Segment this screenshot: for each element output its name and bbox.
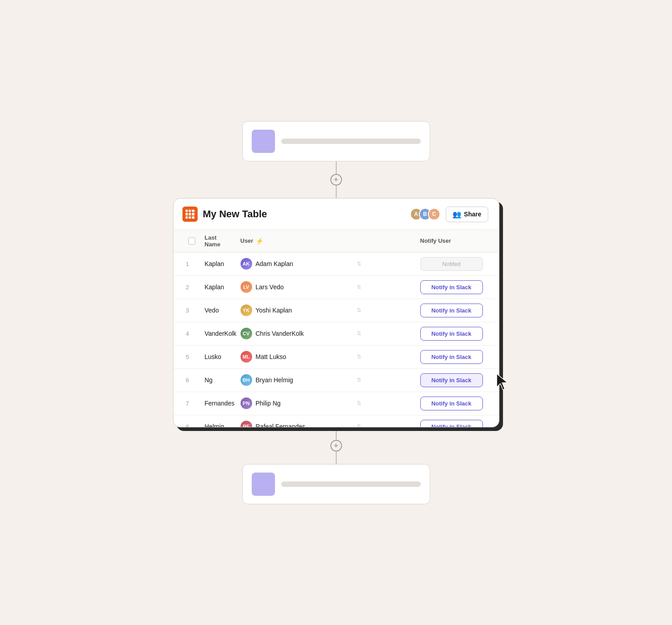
share-button[interactable]: 👥 Share — [446, 207, 488, 222]
notify-slack-button[interactable]: Notify in Slack — [420, 373, 483, 387]
col-header-lastname: Last Name — [201, 230, 237, 252]
avatar-3: C — [428, 208, 440, 220]
top-card-icon — [252, 130, 275, 153]
row-lastname: Kaplan — [201, 283, 237, 291]
row-lastname: Fernandes — [201, 400, 237, 407]
row-lastname: Lusko — [201, 353, 237, 360]
table-row: 3VedoYKYoshi Kaplan⇅Notify in Slack — [173, 299, 499, 322]
table-body: 1KaplanAKAdam Kaplan⇅Notifed2KaplanLVLar… — [173, 253, 499, 427]
row-number: 4 — [182, 330, 201, 337]
notify-cell: Notify in Slack — [417, 280, 488, 294]
table-row: 1KaplanAKAdam Kaplan⇅Notifed — [173, 253, 499, 276]
row-number: 7 — [182, 400, 201, 407]
bottom-card-icon — [252, 473, 275, 496]
user-avatar: AK — [241, 258, 252, 270]
sort-arrows[interactable]: ⇅ — [353, 330, 417, 337]
connector-top: + — [330, 161, 342, 198]
user-avatar: BH — [241, 374, 252, 386]
user-name: Yoshi Kaplan — [256, 307, 292, 314]
notify-cell: Notify in Slack — [417, 397, 488, 410]
row-user: PNPhilip Ng — [237, 397, 353, 409]
table-card: My New Table A B C 👥 Share — [173, 198, 499, 427]
lightning-icon: ⚡ — [256, 237, 263, 245]
row-user: YKYoshi Kaplan — [237, 304, 353, 316]
sort-arrows[interactable]: ⇅ — [353, 400, 417, 406]
sort-arrows[interactable]: ⇅ — [353, 284, 417, 290]
column-headers: Last Name User ⚡ Notify User — [173, 230, 499, 253]
table-row: 4VanderKolkCVChris VanderKolk⇅Notify in … — [173, 322, 499, 346]
row-user: RFRafeal Fernandes — [237, 421, 353, 427]
avatars-group: A B C — [410, 208, 440, 220]
row-number: 5 — [182, 354, 201, 360]
user-name: Lars Vedo — [256, 283, 284, 291]
table-row: 5LuskoMLMatt Lukso⇅Notify in Slack — [173, 346, 499, 369]
row-lastname: VanderKolk — [201, 330, 237, 337]
notify-cell: Notify in Slack — [417, 420, 488, 427]
row-lastname: Vedo — [201, 307, 237, 314]
notify-slack-button[interactable]: Notify in Slack — [420, 350, 483, 364]
row-lastname: Kaplan — [201, 260, 237, 267]
notify-slack-button[interactable]: Notify in Slack — [420, 420, 483, 427]
notify-slack-button[interactable]: Notify in Slack — [420, 280, 483, 294]
user-name: Chris VanderKolk — [256, 330, 304, 337]
table-row: 6NgBHBryan Helmig⇅Notify in Slack — [173, 369, 499, 392]
user-avatar: CV — [241, 328, 252, 339]
sort-arrows[interactable]: ⇅ — [353, 307, 417, 313]
col-header-sort — [353, 230, 417, 252]
row-lastname: Ng — [201, 376, 237, 384]
canvas: + — [0, 0, 672, 625]
select-all-checkbox[interactable] — [188, 237, 195, 245]
top-card-bar — [281, 139, 421, 144]
row-number: 8 — [182, 423, 201, 427]
notify-slack-button[interactable]: Notify in Slack — [420, 304, 483, 317]
table-icon-grid — [186, 210, 194, 219]
table-actions: A B C 👥 Share — [410, 207, 488, 222]
user-avatar: RF — [241, 421, 252, 427]
table-row: 7FernandesPNPhilip Ng⇅Notify in Slack — [173, 392, 499, 415]
connector-bottom: + — [330, 427, 342, 464]
add-node-top[interactable]: + — [330, 174, 342, 186]
user-name: Bryan Helmig — [256, 376, 293, 384]
user-name: Adam Kaplan — [256, 260, 293, 267]
user-avatar: PN — [241, 397, 252, 409]
notify-slack-button[interactable]: Notify in Slack — [420, 397, 483, 410]
notify-cell: Notify in Slack — [417, 304, 488, 317]
row-user: LVLars Vedo — [237, 281, 353, 293]
col-header-checkbox — [182, 230, 201, 252]
user-avatar: ML — [241, 351, 252, 363]
user-avatar: LV — [241, 281, 252, 293]
table-row: 2KaplanLVLars Vedo⇅Notify in Slack — [173, 276, 499, 299]
row-user: AKAdam Kaplan — [237, 258, 353, 270]
row-user: BHBryan Helmig — [237, 374, 353, 386]
row-lastname: Helmig — [201, 423, 237, 427]
sort-arrows[interactable]: ⇅ — [353, 354, 417, 360]
table-title: My New Table — [203, 208, 267, 220]
sort-arrows[interactable]: ⇅ — [353, 423, 417, 427]
bottom-card-bar — [281, 481, 421, 487]
notify-slack-button[interactable]: Notify in Slack — [420, 327, 483, 341]
table-title-group: My New Table — [182, 207, 267, 222]
connector-line-bot2 — [336, 452, 337, 464]
connector-line-top2 — [336, 186, 337, 198]
user-name: Matt Lukso — [256, 353, 286, 360]
table-icon — [182, 207, 198, 222]
row-number: 1 — [182, 261, 201, 267]
top-card — [242, 121, 430, 161]
connector-line-top — [336, 161, 337, 174]
add-node-bottom[interactable]: + — [330, 440, 342, 452]
sort-arrows[interactable]: ⇅ — [353, 261, 417, 267]
row-number: 3 — [182, 307, 201, 314]
notify-cell: Notify in Slack — [417, 327, 488, 341]
table-row: 8HelmigRFRafeal Fernandes⇅Notify in Slac… — [173, 415, 499, 427]
row-user: CVChris VanderKolk — [237, 328, 353, 339]
row-number: 2 — [182, 284, 201, 291]
row-user: MLMatt Lukso — [237, 351, 353, 363]
notify-cell: Notify in Slack — [417, 373, 488, 387]
col-header-user: User ⚡ — [237, 230, 353, 252]
share-icon: 👥 — [452, 210, 461, 219]
row-number: 6 — [182, 377, 201, 384]
col-header-notify: Notify User — [417, 230, 488, 252]
notify-cell: Notifed — [417, 257, 488, 271]
user-name: Rafeal Fernandes — [256, 423, 305, 427]
sort-arrows[interactable]: ⇅ — [353, 377, 417, 383]
